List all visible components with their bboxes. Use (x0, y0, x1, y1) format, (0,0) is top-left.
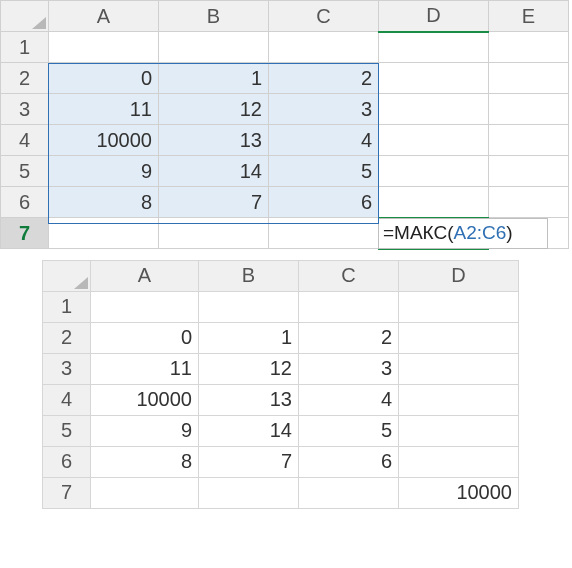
row-header-7[interactable]: 7 (43, 477, 91, 508)
col-header-D[interactable]: D (399, 260, 519, 291)
row-header-7[interactable]: 7 (1, 218, 49, 249)
cell-B3[interactable]: 12 (159, 94, 269, 125)
cell-B4[interactable]: 13 (199, 384, 299, 415)
row-header-6[interactable]: 6 (43, 446, 91, 477)
cell-A3[interactable]: 11 (91, 353, 199, 384)
row-header-1[interactable]: 1 (1, 32, 49, 63)
cell-C2[interactable]: 2 (299, 322, 399, 353)
row-header-2[interactable]: 2 (1, 63, 49, 94)
grid[interactable]: A B C D E 1 2 0 1 2 3 11 12 3 4 10000 13… (0, 0, 569, 250)
formula-ref: A2:C6 (454, 222, 507, 244)
formula-close: ) (506, 222, 512, 244)
cell-D5[interactable] (379, 156, 489, 187)
col-header-A[interactable]: A (91, 260, 199, 291)
cell-D7[interactable]: 10000 (399, 477, 519, 508)
cell-C7[interactable] (269, 218, 379, 249)
cell-D4[interactable] (379, 125, 489, 156)
col-header-A[interactable]: A (49, 1, 159, 32)
cell-C3[interactable]: 3 (299, 353, 399, 384)
select-all-corner[interactable] (43, 260, 91, 291)
cell-B2[interactable]: 1 (199, 322, 299, 353)
row-header-4[interactable]: 4 (1, 125, 49, 156)
cell-B6[interactable]: 7 (159, 187, 269, 218)
cell-B6[interactable]: 7 (199, 446, 299, 477)
cell-E4[interactable] (489, 125, 569, 156)
cell-A6[interactable]: 8 (49, 187, 159, 218)
cell-C7[interactable] (299, 477, 399, 508)
col-header-B[interactable]: B (199, 260, 299, 291)
formula-func: =МАКС( (383, 222, 454, 244)
col-header-D[interactable]: D (379, 1, 489, 32)
cell-E2[interactable] (489, 63, 569, 94)
row-header-2[interactable]: 2 (43, 322, 91, 353)
cell-B5[interactable]: 14 (159, 156, 269, 187)
cell-C4[interactable]: 4 (269, 125, 379, 156)
cell-A7[interactable] (49, 218, 159, 249)
cell-D1[interactable] (379, 32, 489, 63)
cell-B7[interactable] (199, 477, 299, 508)
cell-D3[interactable] (399, 353, 519, 384)
cell-A3[interactable]: 11 (49, 94, 159, 125)
cell-D1[interactable] (399, 291, 519, 322)
cell-A5[interactable]: 9 (49, 156, 159, 187)
cell-E5[interactable] (489, 156, 569, 187)
col-header-B[interactable]: B (159, 1, 269, 32)
cell-A7[interactable] (91, 477, 199, 508)
col-header-E[interactable]: E (489, 1, 569, 32)
cell-A2[interactable]: 0 (91, 322, 199, 353)
cell-B3[interactable]: 12 (199, 353, 299, 384)
cell-C6[interactable]: 6 (299, 446, 399, 477)
cell-D6[interactable] (399, 446, 519, 477)
cell-C5[interactable]: 5 (299, 415, 399, 446)
cell-E1[interactable] (489, 32, 569, 63)
col-header-C[interactable]: C (269, 1, 379, 32)
cell-D7-editing[interactable]: =МАКС(A2:C6) (379, 218, 489, 249)
row-header-5[interactable]: 5 (1, 156, 49, 187)
cell-C6[interactable]: 6 (269, 187, 379, 218)
cell-C1[interactable] (299, 291, 399, 322)
cell-B2[interactable]: 1 (159, 63, 269, 94)
cell-A5[interactable]: 9 (91, 415, 199, 446)
cell-D3[interactable] (379, 94, 489, 125)
cell-C3[interactable]: 3 (269, 94, 379, 125)
cell-C1[interactable] (269, 32, 379, 63)
cell-C2[interactable]: 2 (269, 63, 379, 94)
cell-D2[interactable] (399, 322, 519, 353)
cell-C4[interactable]: 4 (299, 384, 399, 415)
formula-editor[interactable]: =МАКС(A2:C6) (378, 218, 548, 249)
row-header-3[interactable]: 3 (1, 94, 49, 125)
row-header-3[interactable]: 3 (43, 353, 91, 384)
cell-A4[interactable]: 10000 (49, 125, 159, 156)
row-header-6[interactable]: 6 (1, 187, 49, 218)
cell-D4[interactable] (399, 384, 519, 415)
cell-E6[interactable] (489, 187, 569, 218)
cell-A4[interactable]: 10000 (91, 384, 199, 415)
cell-A1[interactable] (49, 32, 159, 63)
select-all-corner[interactable] (1, 1, 49, 32)
col-header-C[interactable]: C (299, 260, 399, 291)
row-header-4[interactable]: 4 (43, 384, 91, 415)
row-header-5[interactable]: 5 (43, 415, 91, 446)
cell-A6[interactable]: 8 (91, 446, 199, 477)
cell-B4[interactable]: 13 (159, 125, 269, 156)
cell-D2[interactable] (379, 63, 489, 94)
cell-A2[interactable]: 0 (49, 63, 159, 94)
spreadsheet-after: A B C D 1 2 0 1 2 3 11 12 3 4 10000 13 4… (42, 260, 572, 509)
cell-D6[interactable] (379, 187, 489, 218)
cell-E3[interactable] (489, 94, 569, 125)
cell-D5[interactable] (399, 415, 519, 446)
cell-A1[interactable] (91, 291, 199, 322)
cell-B1[interactable] (199, 291, 299, 322)
spreadsheet-before: A B C D E 1 2 0 1 2 3 11 12 3 4 10000 13… (0, 0, 572, 250)
cell-B1[interactable] (159, 32, 269, 63)
cell-B7[interactable] (159, 218, 269, 249)
grid[interactable]: A B C D 1 2 0 1 2 3 11 12 3 4 10000 13 4… (42, 260, 519, 509)
cell-B5[interactable]: 14 (199, 415, 299, 446)
cell-C5[interactable]: 5 (269, 156, 379, 187)
row-header-1[interactable]: 1 (43, 291, 91, 322)
